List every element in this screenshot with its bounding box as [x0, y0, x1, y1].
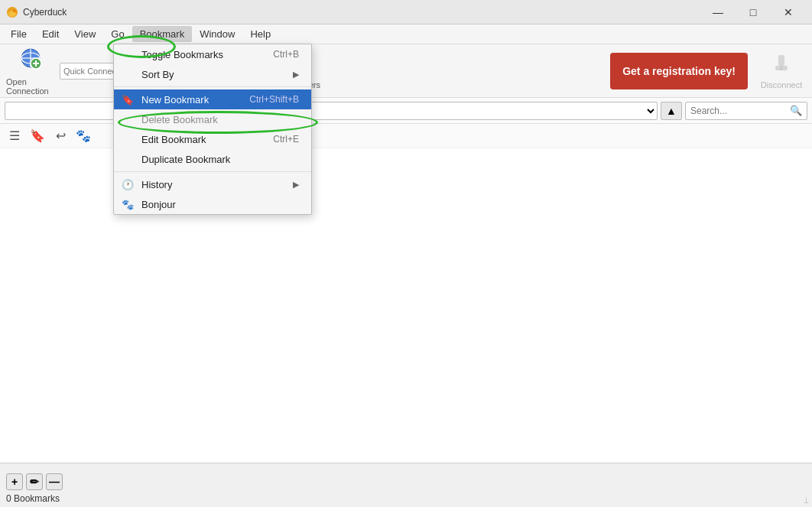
svg-rect-18 — [778, 55, 784, 66]
title-bar-left: Cyberduck — [6, 6, 67, 18]
sort-by-arrow: ▶ — [293, 70, 299, 80]
toggle-bookmarks-shortcut: Ctrl+B — [273, 49, 299, 60]
edit-bookmark-item[interactable]: Edit Bookmark Ctrl+E — [114, 129, 311, 149]
delete-bookmark-item[interactable]: Delete Bookmark — [114, 109, 311, 129]
bookmark-list-icon[interactable]: ☰ — [6, 128, 23, 145]
search-input[interactable] — [690, 106, 790, 116]
app-window: Cyberduck — □ ✕ File Edit View Go Bookma… — [0, 0, 812, 507]
sort-by-item[interactable]: Sort By ▶ — [114, 64, 311, 84]
new-bookmark-item[interactable]: 🔖 New Bookmark Ctrl+Shift+B — [114, 89, 311, 109]
add-bookmark-button[interactable]: + — [6, 473, 23, 490]
open-connection-label: Open Connection — [6, 77, 55, 96]
menu-help[interactable]: Help — [242, 26, 278, 42]
disconnect-button[interactable]: Disconnect — [757, 47, 806, 95]
duplicate-bookmark-label: Duplicate Bookmark — [141, 154, 230, 165]
resize-handle[interactable]: ⟘ — [800, 495, 812, 507]
new-bookmark-icon: 🔖 — [122, 94, 134, 106]
quick-connect-field[interactable] — [58, 47, 119, 95]
remove-bookmark-button[interactable]: — — [46, 473, 63, 490]
open-connection-icon — [18, 46, 43, 74]
menu-bookmark[interactable]: Bookmark — [132, 26, 193, 42]
minimize-button[interactable]: — — [700, 0, 736, 24]
app-title: Cyberduck — [23, 7, 67, 18]
edit-bookmark-label: Edit Bookmark — [141, 134, 206, 145]
path-combo[interactable] — [5, 102, 658, 120]
history-item-icon: 🕐 — [122, 179, 134, 190]
bookmark-dropdown-menu: Toggle Bookmarks Ctrl+B Sort By ▶ 🔖 New … — [113, 44, 312, 215]
new-bookmark-label: New Bookmark — [141, 94, 209, 106]
register-button[interactable]: Get a registration key! — [610, 53, 748, 89]
history-item[interactable]: 🕐 History ▶ — [114, 174, 311, 194]
window-controls: — □ ✕ — [700, 0, 806, 24]
menu-view[interactable]: View — [67, 26, 103, 42]
disconnect-label: Disconnect — [761, 80, 802, 89]
bookmark-count: 0 Bookmarks — [0, 493, 812, 507]
toggle-bookmarks-label: Toggle Bookmarks — [141, 49, 223, 60]
status-buttons: + ✏ — — [0, 470, 812, 493]
bonjour-item[interactable]: 🐾 Bonjour — [114, 194, 311, 214]
new-bookmark-shortcut: Ctrl+Shift+B — [249, 94, 299, 105]
delete-bookmark-label: Delete Bookmark — [141, 114, 218, 125]
bonjour-item-icon: 🐾 — [122, 199, 134, 210]
menu-bar: File Edit View Go Bookmark Window Help — [0, 24, 812, 44]
svg-point-3 — [14, 10, 17, 11]
separator-2 — [114, 171, 311, 172]
duplicate-bookmark-item[interactable]: Duplicate Bookmark — [114, 149, 311, 169]
disconnect-icon — [771, 52, 792, 77]
app-icon — [6, 6, 18, 18]
menu-go[interactable]: Go — [103, 26, 132, 42]
search-box: 🔍 — [685, 102, 807, 120]
separator-1 — [114, 86, 311, 87]
history-label: History — [141, 179, 172, 190]
title-bar: Cyberduck — □ ✕ — [0, 0, 812, 24]
bookmark-icon[interactable]: 🔖 — [29, 128, 46, 145]
navigate-up-button[interactable]: ▲ — [661, 102, 682, 120]
close-button[interactable]: ✕ — [771, 0, 806, 24]
search-icon: 🔍 — [790, 105, 802, 116]
edit-bookmark-shortcut: Ctrl+E — [273, 134, 299, 145]
quick-connect-input[interactable] — [60, 63, 118, 80]
toggle-bookmarks-item[interactable]: Toggle Bookmarks Ctrl+B — [114, 44, 311, 64]
maximize-button[interactable]: □ — [736, 0, 771, 24]
menu-file[interactable]: File — [3, 26, 34, 42]
history-icon[interactable]: ↩ — [52, 128, 69, 145]
sort-by-label: Sort By — [141, 69, 174, 80]
menu-window[interactable]: Window — [192, 26, 242, 42]
status-bar: + ✏ — 0 Bookmarks — [0, 463, 812, 507]
bonjour-label: Bonjour — [141, 199, 176, 210]
menu-edit[interactable]: Edit — [34, 26, 67, 42]
edit-bookmark-button[interactable]: ✏ — [26, 473, 43, 490]
open-connection-button[interactable]: Open Connection — [6, 47, 55, 95]
bonjour-icon[interactable]: 🐾 — [75, 128, 92, 145]
svg-point-4 — [14, 10, 15, 11]
history-arrow: ▶ — [293, 180, 299, 190]
